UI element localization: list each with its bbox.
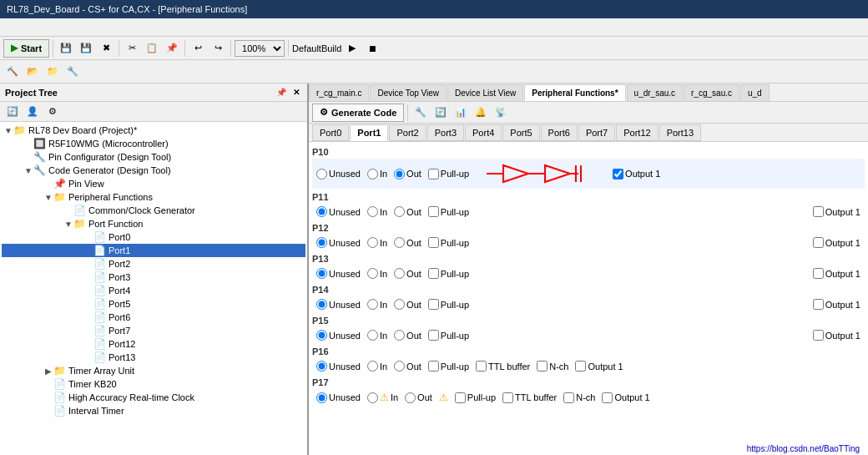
p12-pullup-check[interactable] — [428, 237, 439, 248]
tree-pin-view[interactable]: 📌 Pin View — [2, 177, 305, 190]
close-button[interactable]: ✖ — [97, 39, 115, 58]
gen-tb-3[interactable]: 📊 — [452, 104, 470, 122]
p13-out-label[interactable]: Out — [394, 268, 421, 279]
p14-pullup-check[interactable] — [428, 299, 439, 310]
root-expand[interactable]: ▼ — [3, 126, 13, 135]
tree-pin-config[interactable]: 🔧 Pin Configurator (Design Tool) — [2, 150, 305, 164]
p12-in-radio[interactable] — [367, 237, 378, 248]
tree-port-function[interactable]: ▼ 📁 Port Function — [2, 217, 305, 230]
p17-out-label[interactable]: Out — [405, 392, 432, 403]
tree-port6[interactable]: 📄 Port6 — [2, 311, 305, 324]
tree-microcontroller[interactable]: 🔲 R5F10WMG (Microcontroller) — [2, 137, 305, 150]
p11-out-radio[interactable] — [394, 206, 405, 217]
p14-pullup-label[interactable]: Pull-up — [428, 299, 469, 310]
p14-output-label[interactable]: Output 1 — [813, 299, 860, 310]
p13-output-label[interactable]: Output 1 — [813, 268, 860, 279]
save-all-button[interactable]: 💾 — [77, 39, 95, 58]
p16-in-label[interactable]: In — [367, 361, 387, 372]
p15-unused-label[interactable]: Unused — [316, 330, 361, 341]
cut-button[interactable]: ✂ — [123, 39, 141, 58]
portfunc-expand[interactable]: ▼ — [63, 220, 73, 229]
p16-unused-radio[interactable] — [316, 361, 327, 372]
p14-in-label[interactable]: In — [367, 299, 387, 310]
tb2-btn1[interactable]: 🔨 — [3, 63, 22, 81]
p16-pullup-check[interactable] — [428, 361, 439, 372]
port-tab-12[interactable]: Port12 — [616, 124, 658, 141]
p15-output-check[interactable] — [813, 330, 824, 341]
p10-pullup-label[interactable]: Pull-up — [428, 169, 469, 179]
p10-output-check[interactable] — [613, 169, 623, 179]
p10-unused-radio[interactable] — [316, 169, 327, 179]
p10-in-radio[interactable] — [367, 169, 378, 179]
p16-nch-label[interactable]: N-ch — [537, 361, 568, 372]
p15-in-label[interactable]: In — [367, 330, 387, 341]
p15-unused-radio[interactable] — [316, 330, 327, 341]
tree-port1[interactable]: 📄 Port1 — [2, 244, 305, 257]
tree-root[interactable]: ▼ 📁 RL78 Dev Board (Project)* — [2, 124, 305, 137]
p13-pullup-label[interactable]: Pull-up — [428, 268, 469, 279]
generate-code-button[interactable]: ⚙ Generate Code — [312, 104, 404, 122]
gen-tb-1[interactable]: 🔧 — [411, 104, 430, 122]
tree-close-icon[interactable]: ✕ — [290, 87, 302, 98]
p11-unused-label[interactable]: Unused — [316, 206, 361, 217]
p10-output-label[interactable]: Output 1 — [613, 169, 660, 179]
p17-output-label[interactable]: Output 1 — [602, 392, 649, 403]
p12-pullup-label[interactable]: Pull-up — [428, 237, 469, 248]
p13-unused-radio[interactable] — [316, 268, 327, 279]
paste-button[interactable]: 📌 — [163, 39, 181, 58]
p15-out-radio[interactable] — [394, 330, 405, 341]
p17-out-radio[interactable] — [405, 392, 416, 403]
p12-in-label[interactable]: In — [367, 237, 387, 248]
undo-button[interactable]: ↩ — [189, 39, 207, 58]
copy-button[interactable]: 📋 — [143, 39, 161, 58]
save-button[interactable]: 💾 — [57, 39, 75, 58]
p14-out-radio[interactable] — [394, 299, 405, 310]
p15-output-label[interactable]: Output 1 — [813, 330, 860, 341]
p17-unused-label[interactable]: Unused — [316, 392, 361, 403]
p12-output-check[interactable] — [813, 237, 824, 248]
tree-timer-kb20[interactable]: 📄 Timer KB20 — [2, 377, 305, 391]
p16-out-label[interactable]: Out — [394, 361, 421, 372]
p16-in-radio[interactable] — [367, 361, 378, 372]
tree-port5[interactable]: 📄 Port5 — [2, 297, 305, 311]
tree-port2[interactable]: 📄 Port2 — [2, 257, 305, 270]
p13-output-check[interactable] — [813, 268, 824, 279]
port-tab-3[interactable]: Port3 — [427, 124, 464, 141]
p16-output-label[interactable]: Output 1 — [575, 361, 623, 372]
tab-r-cg-main[interactable]: r_cg_main.c — [309, 84, 369, 101]
p11-in-label[interactable]: In — [367, 206, 387, 217]
p15-out-label[interactable]: Out — [394, 330, 421, 341]
codegen-expand[interactable]: ▼ — [23, 166, 33, 175]
tab-peripheral[interactable]: Peripheral Functions* — [524, 84, 625, 101]
tree-port0[interactable]: 📄 Port0 — [2, 230, 305, 244]
tree-tb-btn1[interactable]: 🔄 — [3, 103, 22, 121]
p15-pullup-check[interactable] — [428, 330, 439, 341]
p11-in-radio[interactable] — [367, 206, 378, 217]
p17-unused-radio[interactable] — [316, 392, 327, 403]
port-tab-2[interactable]: Port2 — [389, 124, 426, 141]
p10-out-radio[interactable] — [394, 169, 405, 179]
p12-out-radio[interactable] — [394, 237, 405, 248]
p16-unused-label[interactable]: Unused — [316, 361, 361, 372]
p13-pullup-check[interactable] — [428, 268, 439, 279]
tree-pin-icon[interactable]: 📌 — [274, 87, 289, 98]
tree-port4[interactable]: 📄 Port4 — [2, 284, 305, 297]
periph-expand[interactable]: ▼ — [43, 193, 53, 202]
port-tab-13[interactable]: Port13 — [659, 124, 701, 141]
p17-output-check[interactable] — [602, 392, 613, 403]
p11-unused-radio[interactable] — [316, 206, 327, 217]
p12-unused-label[interactable]: Unused — [316, 237, 361, 248]
tree-port3[interactable]: 📄 Port3 — [2, 270, 305, 284]
port-tab-0[interactable]: Port0 — [312, 124, 349, 141]
tree-peripheral-functions[interactable]: ▼ 📁 Peripheral Functions — [2, 190, 305, 204]
gen-tb-4[interactable]: 🔔 — [472, 104, 490, 122]
tree-tb-btn3[interactable]: ⚙ — [43, 103, 62, 121]
p15-pullup-label[interactable]: Pull-up — [428, 330, 469, 341]
tree-code-gen[interactable]: ▼ 🔧 Code Generator (Design Tool) — [2, 164, 305, 177]
p11-pullup-check[interactable] — [428, 206, 439, 217]
redo-button[interactable]: ↪ — [209, 39, 227, 58]
tree-port7[interactable]: 📄 Port7 — [2, 324, 305, 337]
p13-out-radio[interactable] — [394, 268, 405, 279]
tb2-btn3[interactable]: 📁 — [43, 63, 62, 81]
p17-nch-check[interactable] — [563, 392, 574, 403]
